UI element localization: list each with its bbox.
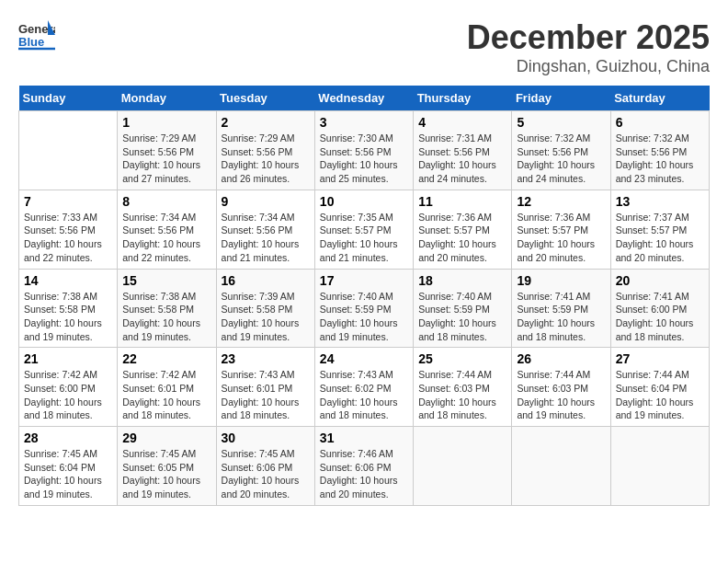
- day-header-thursday: Thursday: [414, 86, 512, 111]
- calendar-cell: 27Sunrise: 7:44 AMSunset: 6:04 PMDayligh…: [610, 348, 709, 427]
- date-number: 15: [122, 273, 210, 288]
- page-header: General Blue December 2025 Dingshan, Gui…: [18, 18, 710, 76]
- date-number: 6: [616, 115, 704, 130]
- page-subtitle: Dingshan, Guizhou, China: [467, 57, 710, 76]
- calendar-cell: [610, 427, 709, 506]
- day-header-wednesday: Wednesday: [314, 86, 413, 111]
- cell-info: Sunrise: 7:36 AMSunset: 5:57 PMDaylight:…: [418, 211, 506, 265]
- calendar-cell: 18Sunrise: 7:40 AMSunset: 5:59 PMDayligh…: [414, 269, 512, 348]
- date-number: 11: [418, 194, 506, 209]
- cell-info: Sunrise: 7:29 AMSunset: 5:56 PMDaylight:…: [122, 132, 210, 186]
- cell-info: Sunrise: 7:38 AMSunset: 5:58 PMDaylight:…: [122, 290, 210, 344]
- date-number: 26: [517, 351, 605, 366]
- cell-info: Sunrise: 7:42 AMSunset: 6:01 PMDaylight:…: [122, 368, 210, 422]
- calendar-cell: 11Sunrise: 7:36 AMSunset: 5:57 PMDayligh…: [414, 190, 512, 269]
- cell-info: Sunrise: 7:38 AMSunset: 5:58 PMDaylight:…: [24, 290, 112, 344]
- date-number: 22: [122, 351, 210, 366]
- date-number: 3: [320, 115, 408, 130]
- calendar-cell: [512, 427, 610, 506]
- title-block: December 2025 Dingshan, Guizhou, China: [467, 18, 710, 76]
- calendar-cell: 4Sunrise: 7:31 AMSunset: 5:56 PMDaylight…: [414, 111, 512, 190]
- date-number: 25: [418, 351, 506, 366]
- cell-info: Sunrise: 7:30 AMSunset: 5:56 PMDaylight:…: [320, 132, 408, 186]
- date-number: 13: [616, 194, 704, 209]
- cell-info: Sunrise: 7:44 AMSunset: 6:03 PMDaylight:…: [418, 368, 506, 422]
- calendar-cell: 30Sunrise: 7:45 AMSunset: 6:06 PMDayligh…: [216, 427, 314, 506]
- calendar-cell: 29Sunrise: 7:45 AMSunset: 6:05 PMDayligh…: [118, 427, 216, 506]
- cell-info: Sunrise: 7:41 AMSunset: 5:59 PMDaylight:…: [517, 290, 605, 344]
- date-number: 21: [24, 351, 112, 366]
- cell-info: Sunrise: 7:40 AMSunset: 5:59 PMDaylight:…: [418, 290, 506, 344]
- calendar-cell: 24Sunrise: 7:43 AMSunset: 6:02 PMDayligh…: [314, 348, 413, 427]
- cell-info: Sunrise: 7:33 AMSunset: 5:56 PMDaylight:…: [24, 211, 112, 265]
- cell-info: Sunrise: 7:41 AMSunset: 6:00 PMDaylight:…: [616, 290, 704, 344]
- date-number: 20: [616, 273, 704, 288]
- cell-info: Sunrise: 7:45 AMSunset: 6:05 PMDaylight:…: [122, 447, 210, 501]
- date-number: 27: [616, 351, 704, 366]
- date-number: 24: [320, 351, 408, 366]
- calendar-cell: 10Sunrise: 7:35 AMSunset: 5:57 PMDayligh…: [314, 190, 413, 269]
- cell-info: Sunrise: 7:35 AMSunset: 5:57 PMDaylight:…: [320, 211, 408, 265]
- week-row-3: 14Sunrise: 7:38 AMSunset: 5:58 PMDayligh…: [19, 269, 710, 348]
- date-number: 5: [517, 115, 605, 130]
- date-number: 29: [122, 431, 210, 445]
- page-title: December 2025: [467, 18, 710, 57]
- calendar-cell: 17Sunrise: 7:40 AMSunset: 5:59 PMDayligh…: [314, 269, 413, 348]
- cell-info: Sunrise: 7:45 AMSunset: 6:06 PMDaylight:…: [222, 447, 310, 501]
- day-header-monday: Monday: [118, 86, 216, 111]
- calendar-cell: 19Sunrise: 7:41 AMSunset: 5:59 PMDayligh…: [512, 269, 610, 348]
- calendar-cell: 1Sunrise: 7:29 AMSunset: 5:56 PMDaylight…: [118, 111, 216, 190]
- week-row-2: 7Sunrise: 7:33 AMSunset: 5:56 PMDaylight…: [19, 190, 710, 269]
- calendar-cell: 23Sunrise: 7:43 AMSunset: 6:01 PMDayligh…: [216, 348, 314, 427]
- cell-info: Sunrise: 7:31 AMSunset: 5:56 PMDaylight:…: [418, 132, 506, 186]
- calendar-cell: [414, 427, 512, 506]
- calendar-cell: 8Sunrise: 7:34 AMSunset: 5:56 PMDaylight…: [118, 190, 216, 269]
- date-number: 8: [122, 194, 210, 209]
- cell-info: Sunrise: 7:46 AMSunset: 6:06 PMDaylight:…: [320, 447, 408, 501]
- calendar-cell: 5Sunrise: 7:32 AMSunset: 5:56 PMDaylight…: [512, 111, 610, 190]
- calendar-cell: 21Sunrise: 7:42 AMSunset: 6:00 PMDayligh…: [19, 348, 118, 427]
- week-row-1: 1Sunrise: 7:29 AMSunset: 5:56 PMDaylight…: [19, 111, 710, 190]
- date-number: 30: [222, 431, 310, 445]
- cell-info: Sunrise: 7:45 AMSunset: 6:04 PMDaylight:…: [24, 447, 112, 501]
- calendar-cell: 31Sunrise: 7:46 AMSunset: 6:06 PMDayligh…: [314, 427, 413, 506]
- cell-info: Sunrise: 7:42 AMSunset: 6:00 PMDaylight:…: [24, 368, 112, 422]
- calendar-cell: 16Sunrise: 7:39 AMSunset: 5:58 PMDayligh…: [216, 269, 314, 348]
- day-header-sunday: Sunday: [19, 86, 118, 111]
- cell-info: Sunrise: 7:34 AMSunset: 5:56 PMDaylight:…: [122, 211, 210, 265]
- date-number: 31: [320, 431, 408, 445]
- calendar-cell: 12Sunrise: 7:36 AMSunset: 5:57 PMDayligh…: [512, 190, 610, 269]
- week-row-5: 28Sunrise: 7:45 AMSunset: 6:04 PMDayligh…: [19, 427, 710, 506]
- date-number: 2: [222, 115, 310, 130]
- logo-icon: General Blue: [18, 18, 55, 52]
- cell-info: Sunrise: 7:32 AMSunset: 5:56 PMDaylight:…: [517, 132, 605, 186]
- day-header-tuesday: Tuesday: [216, 86, 314, 111]
- calendar-cell: 20Sunrise: 7:41 AMSunset: 6:00 PMDayligh…: [610, 269, 709, 348]
- date-number: 1: [122, 115, 210, 130]
- date-number: 9: [222, 194, 310, 209]
- calendar-table: SundayMondayTuesdayWednesdayThursdayFrid…: [18, 86, 710, 506]
- calendar-cell: 26Sunrise: 7:44 AMSunset: 6:03 PMDayligh…: [512, 348, 610, 427]
- calendar-header: SundayMondayTuesdayWednesdayThursdayFrid…: [19, 86, 710, 111]
- calendar-cell: 14Sunrise: 7:38 AMSunset: 5:58 PMDayligh…: [19, 269, 118, 348]
- date-number: 7: [24, 194, 112, 209]
- calendar-cell: 22Sunrise: 7:42 AMSunset: 6:01 PMDayligh…: [118, 348, 216, 427]
- cell-info: Sunrise: 7:29 AMSunset: 5:56 PMDaylight:…: [222, 132, 310, 186]
- date-number: 10: [320, 194, 408, 209]
- date-number: 17: [320, 273, 408, 288]
- date-number: 14: [24, 273, 112, 288]
- cell-info: Sunrise: 7:44 AMSunset: 6:04 PMDaylight:…: [616, 368, 704, 422]
- cell-info: Sunrise: 7:44 AMSunset: 6:03 PMDaylight:…: [517, 368, 605, 422]
- calendar-cell: 2Sunrise: 7:29 AMSunset: 5:56 PMDaylight…: [216, 111, 314, 190]
- logo: General Blue: [18, 18, 59, 52]
- cell-info: Sunrise: 7:43 AMSunset: 6:01 PMDaylight:…: [222, 368, 310, 422]
- calendar-cell: 28Sunrise: 7:45 AMSunset: 6:04 PMDayligh…: [19, 427, 118, 506]
- calendar-cell: 7Sunrise: 7:33 AMSunset: 5:56 PMDaylight…: [19, 190, 118, 269]
- calendar-cell: 9Sunrise: 7:34 AMSunset: 5:56 PMDaylight…: [216, 190, 314, 269]
- cell-info: Sunrise: 7:34 AMSunset: 5:56 PMDaylight:…: [222, 211, 310, 265]
- cell-info: Sunrise: 7:37 AMSunset: 5:57 PMDaylight:…: [616, 211, 704, 265]
- date-number: 16: [222, 273, 310, 288]
- cell-info: Sunrise: 7:40 AMSunset: 5:59 PMDaylight:…: [320, 290, 408, 344]
- date-number: 18: [418, 273, 506, 288]
- day-header-friday: Friday: [512, 86, 610, 111]
